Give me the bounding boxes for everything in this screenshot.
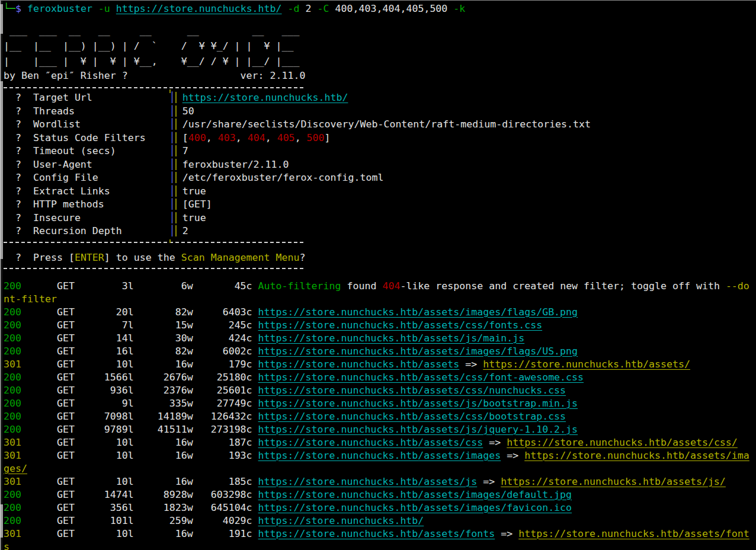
- result-url[interactable]: https://store.nunchucks.htb/assets/image…: [258, 306, 578, 318]
- config-value: 7: [182, 145, 188, 156]
- result-row: 200 GET 3l 6w 45c Auto-filtering found 4…: [4, 280, 755, 306]
- press-enter-segment: Scan Management Menu: [181, 252, 300, 263]
- result-url[interactable]: https://store.nunchucks.htb/: [258, 515, 424, 526]
- scrollbar-thumb[interactable]: [1, 504, 3, 538]
- config-label: ? Config File: [4, 172, 169, 183]
- config-label: ? Extract Links: [4, 186, 169, 197]
- result-metrics: GET 356l 1823w 645104c: [21, 502, 258, 513]
- command-segment: $: [15, 3, 21, 14]
- config-label: ? HTTP methods: [4, 199, 169, 210]
- config-gap: [177, 145, 182, 156]
- result-url[interactable]: https://store.nunchucks.htb/assets/image…: [258, 502, 572, 513]
- result-status-code: 200: [4, 332, 21, 344]
- press-enter-line: ? Press [ENTER] to use the Scan Manageme…: [4, 251, 756, 264]
- scrollbar[interactable]: [0, 1, 2, 550]
- result-url[interactable]: https://store.nunchucks.htb/assets/fonts: [258, 528, 495, 539]
- screen: { "colors": { "background": "#000000", "…: [0, 0, 756, 550]
- terminal-content: └─$ feroxbuster -u https://store.nunchuc…: [4, 1, 756, 550]
- config-label: ? Target Url: [4, 92, 169, 103]
- config-label: ? Wordlist: [4, 119, 169, 130]
- config-value-comma: ,: [265, 132, 277, 143]
- result-url[interactable]: https://store.nunchucks.htb/assets/js/ma…: [258, 332, 525, 344]
- config-value: /usr/share/seclists/Discovery/Web-Conten…: [182, 119, 591, 130]
- result-url[interactable]: https://store.nunchucks.htb/assets/css: [258, 437, 483, 448]
- config-row: ? Timeout (secs) │ 7: [4, 145, 756, 158]
- config-row: ? Wordlist │ /usr/share/seclists/Discove…: [4, 118, 756, 132]
- result-url[interactable]: https://store.nunchucks.htb/assets/css/f…: [258, 319, 543, 331]
- result-status-code: 200: [4, 280, 21, 292]
- config-gap: [177, 92, 182, 103]
- redirect-url[interactable]: https://store.nunchucks.htb/assets/: [483, 359, 690, 370]
- result-url[interactable]: https://store.nunchucks.htb/assets/js/bo…: [258, 398, 578, 409]
- config-gap: [177, 105, 182, 117]
- command-line: └─$ feroxbuster -u https://store.nunchuc…: [4, 1, 756, 15]
- result-status-code: 200: [4, 489, 21, 500]
- config-value: true: [182, 186, 206, 197]
- result-message-segment: Auto-filtering: [258, 280, 341, 292]
- result-url[interactable]: https://store.nunchucks.htb/assets/css/f…: [258, 372, 584, 383]
- config-gap: [177, 132, 182, 143]
- result-status-code: 301: [4, 528, 21, 539]
- config-value-url[interactable]: https://store.nunchucks.htb/: [182, 92, 348, 103]
- config-status-code: 403: [218, 132, 236, 143]
- result-url[interactable]: https://store.nunchucks.htb/assets/image…: [258, 346, 578, 357]
- result-row: 301 GET 10l 16w 187c https://store.nunch…: [4, 436, 755, 449]
- result-url[interactable]: https://store.nunchucks.htb/assets/js/jq…: [258, 424, 578, 435]
- table-column-junction: [169, 239, 171, 243]
- result-metrics: GET 10l 16w 193c: [21, 450, 258, 461]
- result-row: 200 GET 20l 82w 6403c https://store.nunc…: [4, 306, 755, 319]
- config-gap: [177, 119, 182, 130]
- result-status-code: 200: [4, 346, 21, 357]
- result-status-code: 200: [4, 319, 21, 331]
- config-label: ? Status Code Filters: [4, 132, 169, 143]
- result-url[interactable]: https://store.nunchucks.htb/assets: [258, 359, 460, 370]
- result-status-code: 301: [4, 437, 21, 448]
- config-label: ? Threads: [4, 105, 169, 117]
- config-gap: [177, 186, 182, 197]
- result-status-code: 200: [4, 398, 21, 409]
- result-url[interactable]: https://store.nunchucks.htb/assets/css/n…: [258, 385, 566, 396]
- redirect-arrow: =>: [501, 450, 524, 461]
- result-metrics: GET 7098l 14189w 126432c: [21, 411, 258, 422]
- result-row: 301 GET 10l 16w 193c https://store.nunch…: [4, 449, 755, 475]
- result-url[interactable]: https://store.nunchucks.htb/assets/css/b…: [258, 411, 566, 422]
- config-column-separator: │: [169, 159, 177, 170]
- redirect-url[interactable]: https://store.nunchucks.htb/assets/css/: [507, 437, 738, 448]
- command-segment: -C: [318, 3, 335, 14]
- config-value: 2: [182, 225, 188, 236]
- result-url[interactable]: https://store.nunchucks.htb/assets/image…: [258, 489, 572, 500]
- config-column-separator: │: [169, 212, 177, 223]
- result-url[interactable]: https://store.nunchucks.htb/assets/js: [258, 476, 478, 487]
- config-value-comma: ,: [206, 132, 218, 143]
- redirect-url[interactable]: https://store.nunchucks.htb/assets/js/: [501, 476, 726, 487]
- command-segment: -k: [453, 3, 465, 14]
- config-status-code: 404: [248, 132, 265, 143]
- result-metrics: GET 10l 16w 191c: [21, 528, 258, 539]
- config-column-separator: │: [169, 105, 177, 117]
- config-status-code: 405: [277, 132, 295, 143]
- command-segment: 2: [306, 3, 318, 14]
- result-metrics: GET 14l 30w 424c: [21, 332, 258, 344]
- redirect-arrow: =>: [459, 359, 483, 370]
- config-value: /etc/feroxbuster/ferox-config.toml: [182, 172, 384, 183]
- result-metrics: GET 9l 335w 27749c: [21, 398, 258, 409]
- config-value: [GET]: [182, 199, 212, 210]
- config-gap: [177, 172, 182, 183]
- banner-byline: by Ben ″epi″ Risher ? ver: 2.11.0: [4, 69, 756, 82]
- terminal-window: └─$ feroxbuster -u https://store.nunchuc…: [0, 0, 756, 550]
- result-metrics: GET 9789l 41511w 273198c: [21, 424, 258, 435]
- config-value-bracket: [: [182, 132, 188, 143]
- command-segment: [282, 3, 288, 14]
- result-row: 301 GET 10l 16w 191c https://store.nunch…: [4, 527, 755, 550]
- result-metrics: GET 1566l 2676w 25180c: [21, 372, 258, 383]
- press-enter-segment: ? Press [: [4, 252, 75, 263]
- scrollbar-thumb[interactable]: [1, 4, 3, 34]
- result-row: 200 GET 356l 1823w 645104c https://store…: [4, 501, 755, 514]
- banner-art-line: |__ |__ |__) |__) | / ` / ¥ ¥_/ | | ¥ |_…: [4, 39, 756, 54]
- scrollbar-thumb[interactable]: [1, 81, 3, 259]
- result-url[interactable]: https://store.nunchucks.htb/assets/image…: [258, 450, 501, 461]
- result-row: 200 GET 1566l 2676w 25180c https://store…: [4, 371, 755, 384]
- config-value-bracket: ]: [325, 132, 331, 143]
- result-message-segment: 404: [382, 280, 400, 292]
- config-column-separator: │: [169, 119, 177, 130]
